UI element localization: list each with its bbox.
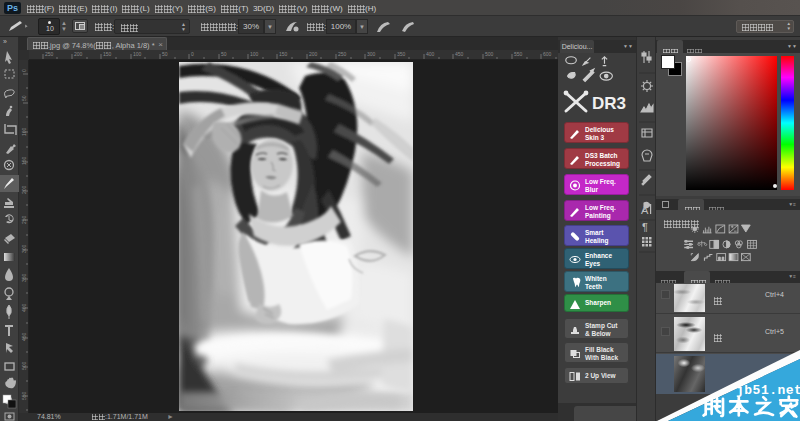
svg-text:DR3: DR3 (592, 94, 626, 113)
svg-text:150: 150 (21, 156, 27, 165)
svg-text:300: 300 (21, 244, 27, 253)
svg-text:50: 50 (221, 51, 227, 57)
svg-text:100: 100 (21, 127, 27, 136)
svg-text:500: 500 (485, 51, 494, 57)
svg-text:200: 200 (21, 185, 27, 194)
svg-text:A: A (641, 204, 649, 216)
svg-text:350: 350 (21, 273, 27, 282)
svg-text:550: 550 (514, 51, 523, 57)
svg-text:¶: ¶ (642, 221, 648, 233)
svg-text:100: 100 (133, 51, 142, 57)
svg-text:50: 50 (162, 51, 168, 57)
svg-text:250: 250 (338, 51, 347, 57)
svg-text:400: 400 (426, 51, 435, 57)
svg-text:150: 150 (279, 51, 288, 57)
svg-text:600: 600 (543, 51, 552, 57)
svg-text:400: 400 (21, 303, 27, 312)
svg-text:0: 0 (191, 51, 194, 57)
svg-text:250: 250 (21, 215, 27, 224)
svg-text:200: 200 (74, 51, 83, 57)
svg-text:350: 350 (397, 51, 406, 57)
svg-text:100: 100 (250, 51, 259, 57)
svg-text:250: 250 (45, 51, 54, 57)
svg-text:200: 200 (309, 51, 318, 57)
svg-text:0: 0 (21, 69, 27, 72)
svg-text:150: 150 (103, 51, 112, 57)
svg-text:500: 500 (21, 361, 27, 370)
svg-text:300: 300 (367, 51, 376, 57)
svg-text:450: 450 (21, 332, 27, 341)
svg-text:50: 50 (21, 95, 27, 101)
svg-text:450: 450 (455, 51, 464, 57)
svg-text:550: 550 (21, 391, 27, 400)
svg-text:jb51.net: jb51.net (736, 383, 800, 398)
